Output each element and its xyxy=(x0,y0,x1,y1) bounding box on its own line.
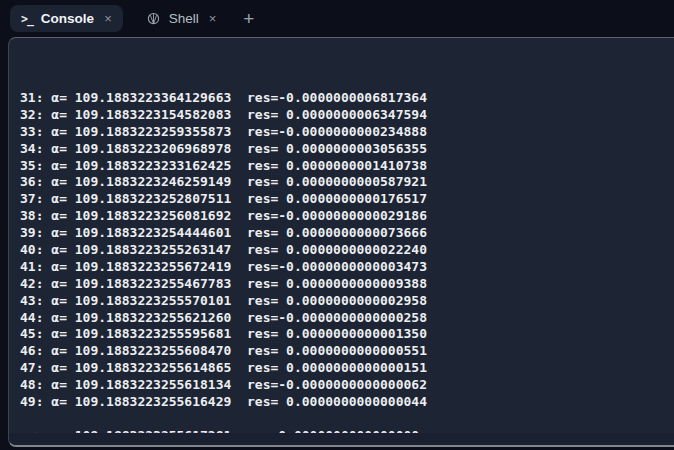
console-tab-bar: >_ Console × Shell × + xyxy=(0,0,674,37)
console-line: 44: α= 109.1883223255621260 res=-0.00000… xyxy=(20,310,674,327)
console-line: 34: α= 109.1883223206968978 res= 0.00000… xyxy=(20,141,674,158)
console-line: 43: α= 109.1883223255570101 res= 0.00000… xyxy=(20,293,674,310)
console-line: 38: α= 109.1883223256081692 res=-0.00000… xyxy=(20,208,674,225)
tab-shell[interactable]: Shell × xyxy=(135,5,228,32)
console-line: 49: α= 109.1883223255616429 res= 0.00000… xyxy=(20,394,674,411)
console-line: 39: α= 109.1883223254444601 res= 0.00000… xyxy=(20,225,674,242)
console-line: 41: α= 109.1883223255672419 res=-0.00000… xyxy=(20,259,674,276)
console-line: 42: α= 109.1883223255467783 res= 0.00000… xyxy=(20,276,674,293)
shell-icon xyxy=(146,11,161,26)
console-line: 37: α= 109.1883223252807511 res= 0.00000… xyxy=(20,191,674,208)
console-panel[interactable]: 31: α= 109.1883223364129663 res=-0.00000… xyxy=(8,37,674,447)
console-line: 31: α= 109.1883223364129663 res=-0.00000… xyxy=(20,90,674,107)
console-line: 48: α= 109.1883223255618134 res=-0.00000… xyxy=(20,377,674,394)
console-line: 47: α= 109.1883223255614865 res= 0.00000… xyxy=(20,360,674,377)
new-tab-button[interactable]: + xyxy=(243,9,254,28)
console-line: 33: α= 109.1883223259355873 res=-0.00000… xyxy=(20,124,674,141)
console-line: 46: α= 109.1883223255608470 res= 0.00000… xyxy=(20,343,674,360)
console-line: 36: α= 109.1883223246259149 res= 0.00000… xyxy=(20,174,674,191)
terminal-icon: >_ xyxy=(21,12,33,26)
tab-console[interactable]: >_ Console × xyxy=(10,5,123,32)
panel-bottom-strip xyxy=(9,433,674,445)
close-icon[interactable]: × xyxy=(207,12,217,25)
console-output[interactable]: 31: α= 109.1883223364129663 res=-0.00000… xyxy=(20,45,674,447)
console-line: 45: α= 109.1883223255595681 res= 0.00000… xyxy=(20,326,674,343)
tab-console-label: Console xyxy=(41,11,94,26)
console-line: 40: α= 109.1883223255263147 res= 0.00000… xyxy=(20,242,674,259)
close-icon[interactable]: × xyxy=(102,12,112,25)
console-line: 35: α= 109.1883223233162425 res= 0.00000… xyxy=(20,158,674,175)
console-line xyxy=(20,411,674,428)
tab-shell-label: Shell xyxy=(169,11,199,26)
console-line: 32: α= 109.1883223154582083 res= 0.00000… xyxy=(20,107,674,124)
console-line: --> r= 1.1587284730181215 xyxy=(20,445,674,447)
